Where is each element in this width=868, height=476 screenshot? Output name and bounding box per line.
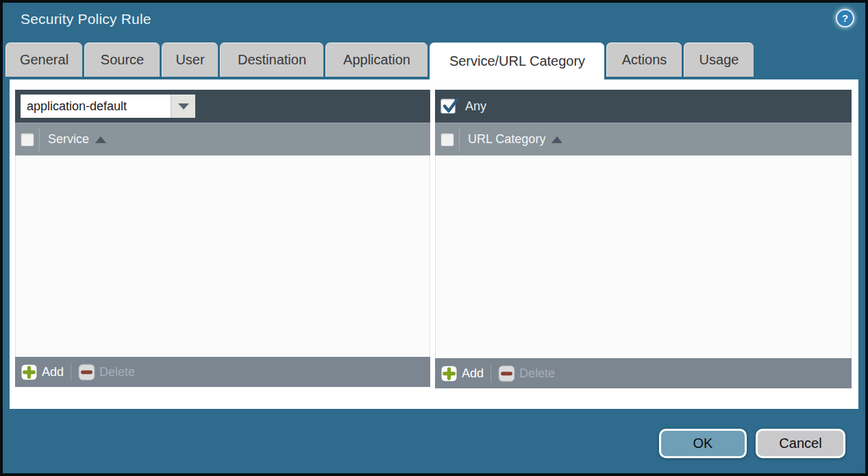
service-footer: Add Delete xyxy=(15,357,430,387)
any-checkbox[interactable] xyxy=(441,99,456,114)
security-policy-rule-dialog: Security Policy Rule ? General Source Us… xyxy=(0,0,868,476)
sort-ascending-icon xyxy=(551,136,562,143)
service-add-button[interactable]: Add xyxy=(21,364,64,381)
url-category-select-all-checkbox[interactable] xyxy=(441,133,454,147)
column-separator xyxy=(39,128,40,151)
tab-actions[interactable]: Actions xyxy=(606,42,682,77)
tab-service-url-category[interactable]: Service/URL Category xyxy=(430,42,604,79)
tab-source[interactable]: Source xyxy=(84,42,160,77)
footer-separator xyxy=(491,364,491,382)
plus-icon xyxy=(21,364,38,381)
dialog-background: Security Policy Rule ? General Source Us… xyxy=(3,3,865,473)
any-row: Any xyxy=(441,99,486,114)
check-icon xyxy=(442,97,460,115)
column-separator xyxy=(459,128,460,151)
tab-bar: General Source User Destination Applicat… xyxy=(5,42,754,79)
tab-usage[interactable]: Usage xyxy=(684,42,754,77)
delete-label: Delete xyxy=(519,366,555,381)
footer-separator xyxy=(71,363,71,381)
url-category-delete-button[interactable]: Delete xyxy=(498,365,555,382)
service-type-value: application-default xyxy=(21,95,171,118)
service-list xyxy=(15,155,430,357)
service-type-dropdown[interactable]: application-default xyxy=(21,95,195,118)
url-category-panel: Any URL Category Add xyxy=(435,90,852,388)
sort-ascending-icon xyxy=(95,136,106,143)
minus-icon xyxy=(498,365,515,382)
service-column-header[interactable]: Service xyxy=(15,123,430,155)
ok-button[interactable]: OK xyxy=(659,429,747,458)
url-category-footer: Add Delete xyxy=(435,358,852,388)
tab-user[interactable]: User xyxy=(162,42,218,77)
tab-destination[interactable]: Destination xyxy=(220,42,323,77)
minus-icon xyxy=(78,364,95,381)
chevron-down-icon xyxy=(178,103,189,110)
any-label: Any xyxy=(465,99,486,114)
add-label: Add xyxy=(462,366,484,381)
url-category-toolbar: Any xyxy=(435,90,852,123)
url-category-column-label: URL Category xyxy=(468,132,545,147)
tab-application[interactable]: Application xyxy=(325,42,427,77)
url-category-list xyxy=(435,155,852,358)
dropdown-button[interactable] xyxy=(171,95,195,118)
service-delete-button[interactable]: Delete xyxy=(78,364,135,381)
delete-label: Delete xyxy=(99,365,135,379)
tab-content: application-default Service xyxy=(10,79,858,409)
service-select-all-checkbox[interactable] xyxy=(21,133,34,147)
url-category-add-button[interactable]: Add xyxy=(441,365,484,382)
url-category-column-header[interactable]: URL Category xyxy=(435,123,852,155)
service-panel: application-default Service xyxy=(15,90,430,387)
add-label: Add xyxy=(42,365,64,379)
dialog-title: Security Policy Rule xyxy=(21,11,151,27)
cancel-button[interactable]: Cancel xyxy=(756,429,845,458)
question-mark-icon: ? xyxy=(842,12,848,24)
service-column-label: Service xyxy=(48,132,89,147)
service-toolbar: application-default xyxy=(15,90,430,123)
help-icon[interactable]: ? xyxy=(836,9,854,27)
tab-general[interactable]: General xyxy=(5,42,82,77)
plus-icon xyxy=(441,365,458,382)
